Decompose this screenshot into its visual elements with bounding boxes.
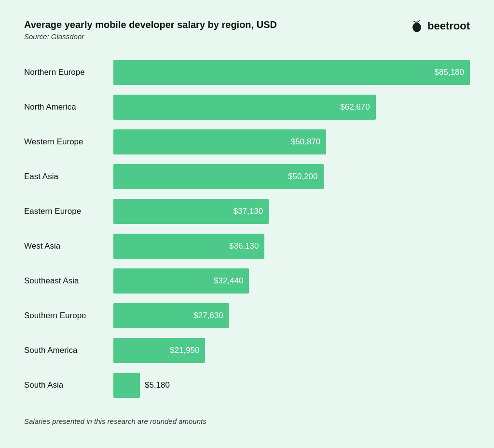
bar: $85,180 bbox=[113, 60, 470, 85]
bar-value: $50,870 bbox=[291, 137, 320, 147]
region-label: East Asia bbox=[24, 172, 113, 182]
region-label: Western Europe bbox=[24, 137, 113, 147]
bar-row: South America$21,950 bbox=[24, 333, 470, 368]
region-label: Northern Europe bbox=[24, 68, 113, 77]
bar-value: $62,670 bbox=[340, 102, 370, 112]
bar: $50,200 bbox=[113, 164, 324, 189]
title-block: Average yearly mobile developer salary b… bbox=[24, 19, 277, 41]
bar-container: $36,130 bbox=[113, 234, 470, 259]
region-label: South Asia bbox=[24, 380, 113, 390]
region-label: West Asia bbox=[24, 241, 113, 251]
bar: $62,670 bbox=[113, 95, 376, 120]
bar-row: North America$62,670 bbox=[24, 90, 470, 125]
bar-container: $85,180 bbox=[113, 60, 470, 85]
bar-value: $21,950 bbox=[170, 346, 199, 355]
region-label: Eastern Europe bbox=[24, 207, 113, 216]
bar-value: $32,440 bbox=[214, 276, 243, 286]
bar-value: $37,130 bbox=[233, 207, 263, 216]
bar: $37,130 bbox=[113, 199, 269, 224]
region-label: Southern Europe bbox=[24, 311, 113, 321]
bar-chart: Northern Europe$85,180North America$62,6… bbox=[24, 55, 470, 403]
bar-container: $5,180 bbox=[113, 373, 470, 398]
bar-row: Southeast Asia$32,440 bbox=[24, 264, 470, 298]
bar-container: $37,130 bbox=[113, 199, 470, 224]
bar-row: Northern Europe$85,180 bbox=[24, 55, 470, 90]
bar-container: $32,440 bbox=[113, 268, 470, 294]
bar: $27,630 bbox=[113, 303, 229, 328]
bar-container: $62,670 bbox=[113, 95, 470, 120]
region-label: South America bbox=[24, 346, 113, 355]
bar-row: South Asia$5,180 bbox=[24, 368, 470, 403]
bar-row: Eastern Europe$37,130 bbox=[24, 194, 470, 229]
brand-logo: beetroot bbox=[410, 19, 470, 33]
chart-title: Average yearly mobile developer salary b… bbox=[24, 19, 277, 30]
bar-row: West Asia$36,130 bbox=[24, 229, 470, 264]
bar-value: $50,200 bbox=[288, 172, 317, 182]
chart-source: Source: Glassdoor bbox=[24, 32, 277, 41]
bar-container: $50,200 bbox=[113, 164, 470, 189]
footer-note: Salaries presented in this research are … bbox=[24, 417, 470, 425]
region-label: Southeast Asia bbox=[24, 276, 113, 286]
logo-text: beetroot bbox=[427, 20, 470, 32]
svg-point-0 bbox=[412, 23, 421, 32]
bar bbox=[113, 373, 140, 398]
bar-value: $27,630 bbox=[193, 311, 223, 321]
bar-container: $27,630 bbox=[113, 303, 470, 328]
bar-row: Western Europe$50,870 bbox=[24, 125, 470, 159]
beetroot-icon bbox=[410, 19, 424, 33]
bar-value: $85,180 bbox=[435, 68, 464, 77]
bar: $50,870 bbox=[113, 129, 326, 154]
bar-row: Southern Europe$27,630 bbox=[24, 298, 470, 333]
bar: $32,440 bbox=[113, 268, 249, 294]
bar-container: $50,870 bbox=[113, 129, 470, 154]
bar: $21,950 bbox=[113, 338, 205, 363]
region-label: North America bbox=[24, 102, 113, 112]
bar-row: East Asia$50,200 bbox=[24, 159, 470, 194]
page-header: Average yearly mobile developer salary b… bbox=[24, 19, 470, 41]
bar: $36,130 bbox=[113, 234, 264, 259]
bar-container: $21,950 bbox=[113, 338, 470, 363]
bar-value: $36,130 bbox=[229, 241, 259, 251]
bar-value: $5,180 bbox=[145, 380, 170, 390]
